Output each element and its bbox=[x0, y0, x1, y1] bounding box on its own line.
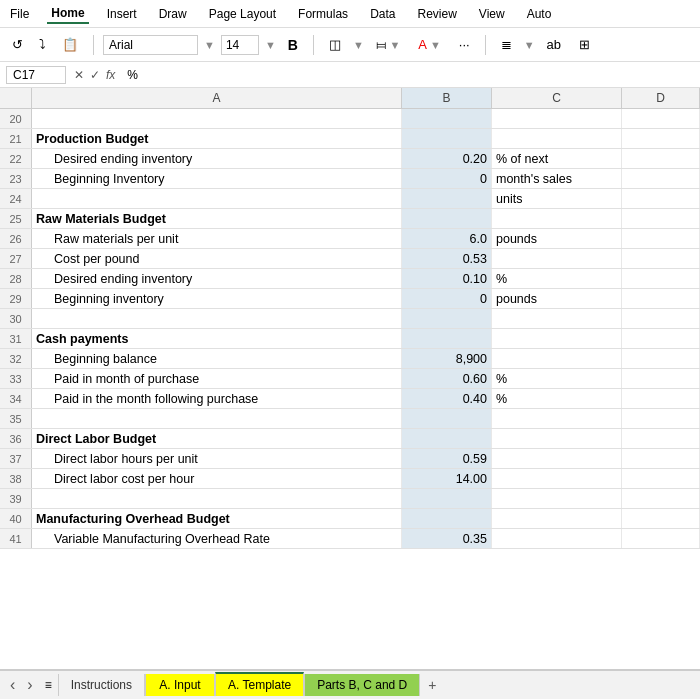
cell-d21[interactable] bbox=[622, 129, 700, 148]
cell-c35[interactable] bbox=[492, 409, 622, 428]
cell-a30[interactable] bbox=[32, 309, 402, 328]
cell-d39[interactable] bbox=[622, 489, 700, 508]
menu-page-layout[interactable]: Page Layout bbox=[205, 5, 280, 23]
font-size-input[interactable] bbox=[221, 35, 259, 55]
cell-b41[interactable]: 0.35 bbox=[402, 529, 492, 548]
cell-d29[interactable] bbox=[622, 289, 700, 308]
cell-c41[interactable] bbox=[492, 529, 622, 548]
menu-view[interactable]: View bbox=[475, 5, 509, 23]
fill-dropdown[interactable]: ▼ bbox=[389, 39, 400, 51]
cell-a24[interactable] bbox=[32, 189, 402, 208]
bold-button[interactable]: B bbox=[282, 34, 304, 56]
cell-b28[interactable]: 0.10 bbox=[402, 269, 492, 288]
cell-d20[interactable] bbox=[622, 109, 700, 128]
cell-c40[interactable] bbox=[492, 509, 622, 528]
cell-b40[interactable] bbox=[402, 509, 492, 528]
cell-d38[interactable] bbox=[622, 469, 700, 488]
cell-a39[interactable] bbox=[32, 489, 402, 508]
cell-a27[interactable]: Cost per pound bbox=[32, 249, 402, 268]
cell-c36[interactable] bbox=[492, 429, 622, 448]
cell-d34[interactable] bbox=[622, 389, 700, 408]
cell-a36[interactable]: Direct Labor Budget bbox=[32, 429, 402, 448]
cell-b29[interactable]: 0 bbox=[402, 289, 492, 308]
freeze-button[interactable]: ⊞ bbox=[573, 34, 596, 55]
tab-nav-right[interactable]: › bbox=[21, 674, 38, 696]
cell-c26[interactable]: pounds bbox=[492, 229, 622, 248]
cell-b39[interactable] bbox=[402, 489, 492, 508]
align-button[interactable]: ≣ bbox=[495, 34, 518, 55]
tab-a-template[interactable]: A. Template bbox=[215, 672, 304, 696]
cell-d41[interactable] bbox=[622, 529, 700, 548]
menu-draw[interactable]: Draw bbox=[155, 5, 191, 23]
menu-auto[interactable]: Auto bbox=[523, 5, 556, 23]
cell-d22[interactable] bbox=[622, 149, 700, 168]
tab-a-input[interactable]: A. Input bbox=[145, 674, 215, 696]
cell-a26[interactable]: Raw materials per unit bbox=[32, 229, 402, 248]
tab-nav-left[interactable]: ‹ bbox=[4, 674, 21, 696]
tab-nav-menu[interactable]: ≡ bbox=[39, 674, 58, 696]
cell-c20[interactable] bbox=[492, 109, 622, 128]
cell-b30[interactable] bbox=[402, 309, 492, 328]
cell-b33[interactable]: 0.60 bbox=[402, 369, 492, 388]
font-name-dropdown-icon[interactable]: ▼ bbox=[204, 39, 215, 51]
cell-b24[interactable] bbox=[402, 189, 492, 208]
cell-a41[interactable]: Variable Manufacturing Overhead Rate bbox=[32, 529, 402, 548]
cell-d36[interactable] bbox=[622, 429, 700, 448]
cancel-icon[interactable]: ✕ bbox=[74, 68, 84, 82]
cell-c30[interactable] bbox=[492, 309, 622, 328]
tab-instructions[interactable]: Instructions bbox=[58, 674, 145, 696]
menu-review[interactable]: Review bbox=[413, 5, 460, 23]
cell-d30[interactable] bbox=[622, 309, 700, 328]
cell-d33[interactable] bbox=[622, 369, 700, 388]
cell-c29[interactable]: pounds bbox=[492, 289, 622, 308]
cell-b36[interactable] bbox=[402, 429, 492, 448]
font-size-dropdown-icon[interactable]: ▼ bbox=[265, 39, 276, 51]
menu-home[interactable]: Home bbox=[47, 4, 88, 24]
align-dropdown[interactable]: ▼ bbox=[524, 39, 535, 51]
indent-button[interactable]: ab bbox=[541, 34, 567, 55]
menu-formulas[interactable]: Formulas bbox=[294, 5, 352, 23]
cell-a34[interactable]: Paid in the month following purchase bbox=[32, 389, 402, 408]
cell-a20[interactable] bbox=[32, 109, 402, 128]
cell-c24[interactable]: units bbox=[492, 189, 622, 208]
cell-a38[interactable]: Direct labor cost per hour bbox=[32, 469, 402, 488]
cell-c25[interactable] bbox=[492, 209, 622, 228]
borders-button[interactable]: ◫ bbox=[323, 34, 347, 55]
cell-b22[interactable]: 0.20 bbox=[402, 149, 492, 168]
cell-b20[interactable] bbox=[402, 109, 492, 128]
menu-file[interactable]: File bbox=[6, 5, 33, 23]
cell-d28[interactable] bbox=[622, 269, 700, 288]
add-sheet-button[interactable]: + bbox=[420, 673, 444, 697]
cell-a21[interactable]: Production Budget bbox=[32, 129, 402, 148]
cell-c28[interactable]: % bbox=[492, 269, 622, 288]
cell-d25[interactable] bbox=[622, 209, 700, 228]
cell-c21[interactable] bbox=[492, 129, 622, 148]
cell-b25[interactable] bbox=[402, 209, 492, 228]
cell-a29[interactable]: Beginning inventory bbox=[32, 289, 402, 308]
cell-b35[interactable] bbox=[402, 409, 492, 428]
cell-b37[interactable]: 0.59 bbox=[402, 449, 492, 468]
cell-d26[interactable] bbox=[622, 229, 700, 248]
cell-d24[interactable] bbox=[622, 189, 700, 208]
cell-b32[interactable]: 8,900 bbox=[402, 349, 492, 368]
cell-c33[interactable]: % bbox=[492, 369, 622, 388]
cell-a40[interactable]: Manufacturing Overhead Budget bbox=[32, 509, 402, 528]
cell-a37[interactable]: Direct labor hours per unit bbox=[32, 449, 402, 468]
cell-d40[interactable] bbox=[622, 509, 700, 528]
font-color-dropdown[interactable]: ▼ bbox=[430, 39, 441, 51]
cell-a31[interactable]: Cash payments bbox=[32, 329, 402, 348]
cell-d23[interactable] bbox=[622, 169, 700, 188]
cell-d27[interactable] bbox=[622, 249, 700, 268]
undo-button[interactable]: ↺ bbox=[6, 34, 29, 55]
font-name-input[interactable] bbox=[103, 35, 198, 55]
cell-reference-input[interactable] bbox=[6, 66, 66, 84]
cell-d31[interactable] bbox=[622, 329, 700, 348]
cell-b27[interactable]: 0.53 bbox=[402, 249, 492, 268]
cell-b34[interactable]: 0.40 bbox=[402, 389, 492, 408]
font-color-button[interactable]: A ▼ bbox=[412, 34, 446, 55]
menu-data[interactable]: Data bbox=[366, 5, 399, 23]
fill-color-button[interactable]: ⧦ ▼ bbox=[370, 34, 407, 56]
cell-d37[interactable] bbox=[622, 449, 700, 468]
cell-c22[interactable]: % of next bbox=[492, 149, 622, 168]
paste-button[interactable]: 📋 bbox=[56, 34, 84, 55]
